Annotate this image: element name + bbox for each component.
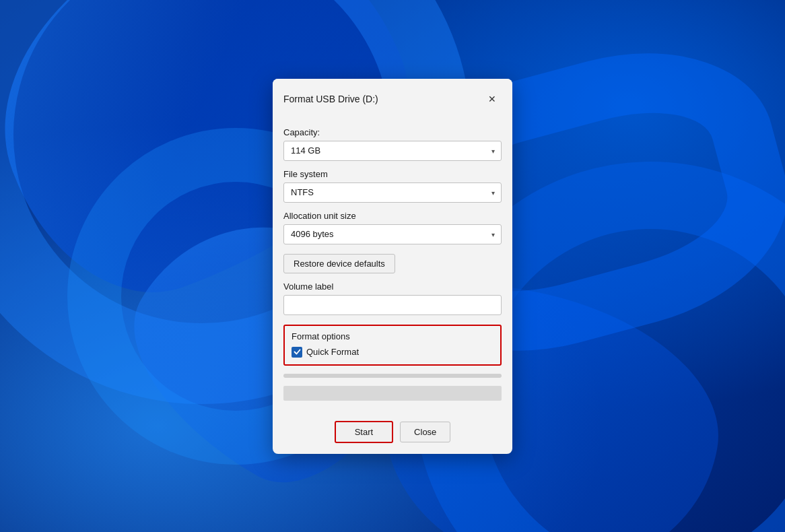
file-system-dropdown[interactable]: NTFS FAT32 exFAT bbox=[283, 182, 502, 203]
dialog-overlay: Format USB Drive (D:) ✕ Capacity: 114 GB… bbox=[0, 0, 785, 532]
format-dialog: Format USB Drive (D:) ✕ Capacity: 114 GB… bbox=[273, 79, 512, 454]
allocation-unit-label: Allocation unit size bbox=[283, 211, 502, 221]
capacity-dropdown-wrapper: 114 GB ▾ bbox=[283, 141, 502, 161]
dialog-title: Format USB Drive (D:) bbox=[283, 94, 378, 104]
allocation-unit-dropdown-wrapper: 512 bytes 1024 bytes 2048 bytes 4096 byt… bbox=[283, 224, 502, 244]
allocation-unit-dropdown[interactable]: 512 bytes 1024 bytes 2048 bytes 4096 byt… bbox=[283, 224, 502, 244]
quick-format-label: Quick Format bbox=[306, 347, 359, 357]
close-button[interactable]: Close bbox=[400, 422, 450, 442]
restore-defaults-button[interactable]: Restore device defaults bbox=[283, 254, 395, 273]
dialog-footer: Start Close bbox=[273, 411, 512, 454]
volume-label-label: Volume label bbox=[283, 281, 502, 292]
format-options-box: Format options Quick Format bbox=[283, 325, 502, 366]
dialog-content: Capacity: 114 GB ▾ File system NTFS FAT3… bbox=[273, 117, 512, 411]
capacity-label: Capacity: bbox=[283, 127, 502, 137]
format-options-title: Format options bbox=[292, 331, 493, 341]
dialog-titlebar: Format USB Drive (D:) ✕ bbox=[273, 79, 512, 117]
checkmark-icon bbox=[294, 348, 301, 356]
dialog-close-button[interactable]: ✕ bbox=[483, 90, 502, 108]
capacity-dropdown[interactable]: 114 GB bbox=[283, 141, 502, 161]
quick-format-checkbox[interactable] bbox=[292, 347, 302, 358]
quick-format-row: Quick Format bbox=[292, 347, 493, 358]
progress-area bbox=[283, 374, 502, 378]
file-system-label: File system bbox=[283, 169, 502, 179]
volume-label-input[interactable] bbox=[283, 295, 502, 315]
start-button[interactable]: Start bbox=[335, 421, 393, 443]
file-system-dropdown-wrapper: NTFS FAT32 exFAT ▾ bbox=[283, 182, 502, 203]
progress-bar-outer bbox=[283, 386, 502, 401]
